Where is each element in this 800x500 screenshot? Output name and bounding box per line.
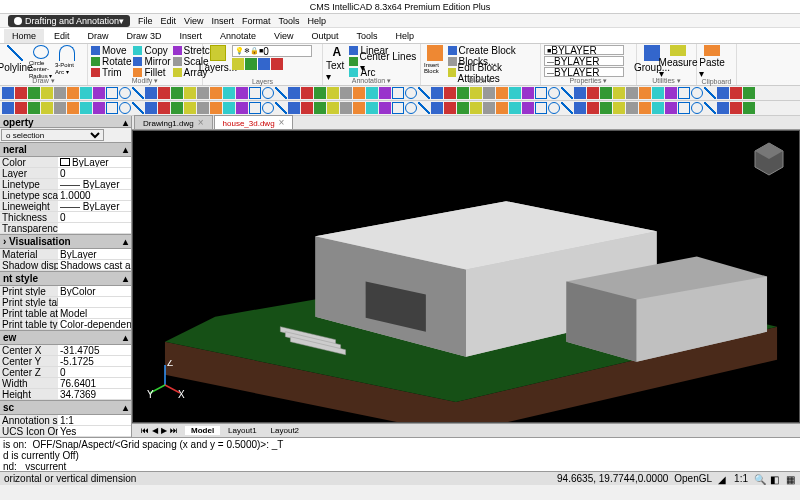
rotate-button[interactable]: Rotate [91, 56, 131, 67]
layout-last-icon[interactable]: ⏭ [169, 426, 179, 435]
toolbar-icon[interactable] [288, 102, 300, 114]
toolbar-icon[interactable] [665, 87, 677, 99]
prop-row[interactable]: Transparency [0, 223, 131, 234]
toolbar-icon[interactable] [327, 87, 339, 99]
toolbar-icon[interactable] [431, 87, 443, 99]
toolbar-icon[interactable] [743, 102, 755, 114]
menu-insert[interactable]: Insert [211, 16, 234, 26]
collapse-icon[interactable]: ▴ [123, 402, 128, 413]
ribbon-tab-edit[interactable]: Edit [46, 29, 78, 43]
toolbar-icon[interactable] [470, 87, 482, 99]
polyline-button[interactable]: Polyline [3, 45, 27, 79]
toolbar-icon[interactable] [717, 87, 729, 99]
toolbar-icon[interactable] [366, 102, 378, 114]
toolbar-icon[interactable] [54, 102, 66, 114]
toolbar-icon[interactable] [262, 102, 274, 114]
properties-collapse-icon[interactable]: ▴ [123, 117, 128, 126]
layer-off-icon[interactable] [271, 58, 283, 70]
collapse-icon[interactable]: ▴ [123, 332, 128, 343]
toolbar-icon[interactable] [678, 87, 690, 99]
toolbar-icon[interactable] [652, 87, 664, 99]
toolbar-icon[interactable] [639, 102, 651, 114]
toolbar-icon[interactable] [483, 87, 495, 99]
prop-row[interactable]: Print style table [0, 297, 131, 308]
close-icon[interactable]: × [279, 117, 285, 128]
status-zoom-icon[interactable]: 🔍 [754, 474, 764, 484]
prop-row[interactable]: Center X-31.4705 [0, 345, 131, 356]
menu-edit[interactable]: Edit [161, 16, 177, 26]
prop-row[interactable]: Print table attached toModel [0, 308, 131, 319]
move-button[interactable]: Move [91, 45, 131, 56]
toolbar-icon[interactable] [301, 102, 313, 114]
toolbar-icon[interactable] [366, 87, 378, 99]
toolbar-icon[interactable] [405, 102, 417, 114]
toolbar-icon[interactable] [626, 87, 638, 99]
toolbar-icon[interactable] [171, 102, 183, 114]
close-icon[interactable]: × [198, 117, 204, 128]
prop-row[interactable]: Thickness0 [0, 212, 131, 223]
create-block-button[interactable]: Create Block [448, 45, 538, 56]
layout-tab-1[interactable]: Layout1 [222, 426, 262, 435]
selection-combo[interactable]: o selection [1, 129, 104, 141]
toolbar-icon[interactable] [457, 102, 469, 114]
toolbar-icon[interactable] [691, 102, 703, 114]
quickselect-icon[interactable] [118, 129, 130, 141]
toolbar-icon[interactable] [158, 87, 170, 99]
toolbar-icon[interactable] [340, 87, 352, 99]
prop-row[interactable]: Linetype scale1.0000 [0, 190, 131, 201]
toolbar-icon[interactable] [223, 87, 235, 99]
toolbar-icon[interactable] [145, 87, 157, 99]
ribbon-tab-draw3d[interactable]: Draw 3D [119, 29, 170, 43]
toolbar-icon[interactable] [93, 102, 105, 114]
toolbar-icon[interactable] [275, 102, 287, 114]
toolbar-icon[interactable] [210, 87, 222, 99]
collapse-icon[interactable]: ▴ [123, 273, 128, 284]
layout-tab-2[interactable]: Layout2 [265, 426, 305, 435]
paste-button[interactable]: Paste ▾ [700, 45, 724, 79]
toolbar-icon[interactable] [197, 102, 209, 114]
toolbar-icon[interactable] [431, 102, 443, 114]
toolbar-icon[interactable] [41, 87, 53, 99]
mirror-button[interactable]: Mirror [133, 56, 170, 67]
toolbar-icon[interactable] [67, 102, 79, 114]
toolbar-icon[interactable] [119, 102, 131, 114]
toolbar-icon[interactable] [509, 87, 521, 99]
toolbar-icon[interactable] [483, 102, 495, 114]
prop-row[interactable]: UCS Icon OnYes [0, 426, 131, 437]
collapse-icon[interactable]: ▴ [123, 144, 128, 155]
layer-combo[interactable]: 💡❄🔒■ 0 [232, 45, 312, 57]
toolbar-icon[interactable] [28, 87, 40, 99]
prop-section-header[interactable]: › Visualisation▴ [0, 234, 131, 249]
toolbar-icon[interactable] [665, 102, 677, 114]
toolbar-icon[interactable] [717, 102, 729, 114]
layer-state-icon[interactable] [232, 58, 244, 70]
toolbar-icon[interactable] [392, 102, 404, 114]
toolbar-icon[interactable] [418, 102, 430, 114]
toolbar-icon[interactable] [379, 102, 391, 114]
ribbon-tab-insert[interactable]: Insert [172, 29, 211, 43]
layout-next-icon[interactable]: ▶ [160, 426, 168, 435]
ribbon-tab-tools[interactable]: Tools [349, 29, 386, 43]
toolbar-icon[interactable] [405, 87, 417, 99]
toolbar-icon[interactable] [600, 87, 612, 99]
toolbar-icon[interactable] [587, 87, 599, 99]
toolbar-icon[interactable] [314, 102, 326, 114]
toolbar-icon[interactable] [730, 87, 742, 99]
prop-row[interactable]: Shadow displayShadows cast and receiv [0, 260, 131, 271]
toolbar-icon[interactable] [15, 102, 27, 114]
toolbar-icon[interactable] [561, 102, 573, 114]
circle-button[interactable]: Circle Center-Radius ▾ [29, 45, 53, 79]
ribbon-tab-output[interactable]: Output [303, 29, 346, 43]
toolbar-icon[interactable] [535, 87, 547, 99]
text-button[interactable]: AText ▾ [326, 45, 347, 79]
toolbar-icon[interactable] [80, 87, 92, 99]
toolbar-icon[interactable] [509, 102, 521, 114]
ribbon-tab-annotate[interactable]: Annotate [212, 29, 264, 43]
toolbar-icon[interactable] [327, 102, 339, 114]
toolbar-icon[interactable] [457, 87, 469, 99]
measure-button[interactable]: Measure ▾ [666, 45, 690, 79]
toolbar-icon[interactable] [574, 87, 586, 99]
prop-row[interactable]: Print table typeColor-dependent print st… [0, 319, 131, 330]
toolbar-icon[interactable] [418, 87, 430, 99]
ribbon-tab-home[interactable]: Home [4, 29, 44, 43]
